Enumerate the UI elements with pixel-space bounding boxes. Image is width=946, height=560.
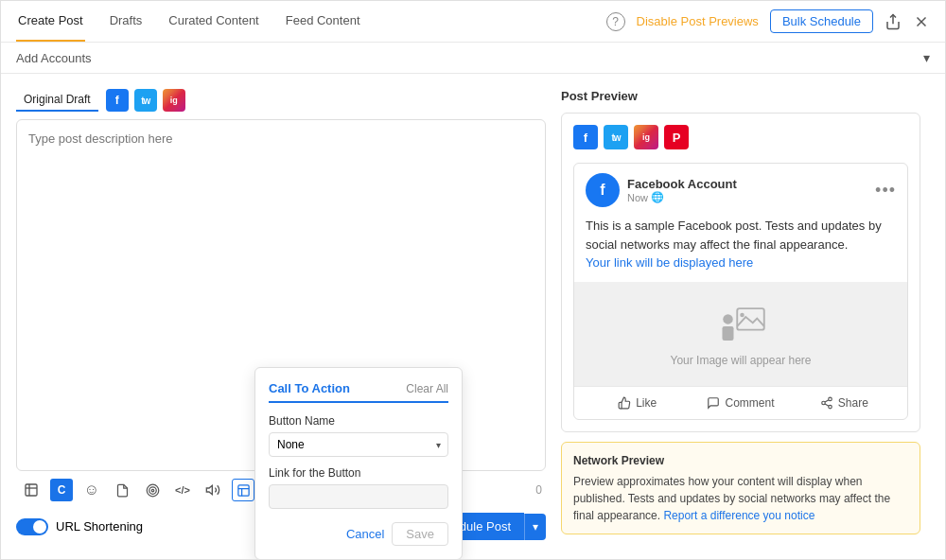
- svg-point-15: [740, 312, 745, 317]
- svg-point-16: [829, 397, 832, 401]
- fb-post-header: f Facebook Account Now 🌐 •••: [574, 164, 907, 213]
- svg-rect-9: [237, 484, 248, 495]
- image-placeholder-icon: [712, 301, 769, 348]
- tab-create-post[interactable]: Create Post: [16, 1, 85, 42]
- editor-social-icons: f tw ig: [106, 89, 185, 112]
- brand-icon[interactable]: C: [50, 479, 73, 501]
- link-label: Link for the Button: [269, 466, 448, 480]
- tab-feed-content[interactable]: Feed Content: [284, 1, 362, 42]
- post-preview-title: Post Preview: [561, 89, 920, 103]
- svg-rect-13: [723, 325, 734, 340]
- share-icon[interactable]: [885, 13, 902, 30]
- add-accounts-label: Add Accounts: [16, 51, 92, 65]
- button-name-select-wrapper: None Book Now Contact Us Download Learn …: [269, 432, 448, 457]
- fb-share-button[interactable]: Share: [793, 393, 896, 413]
- url-shortening-label: URL Shortening: [56, 519, 143, 534]
- cta-icon[interactable]: [232, 479, 254, 501]
- fb-comment-button[interactable]: Comment: [689, 393, 792, 413]
- share-icon: [820, 396, 833, 410]
- button-name-select[interactable]: None Book Now Contact Us Download Learn …: [269, 432, 448, 457]
- preview-instagram-icon[interactable]: ig: [634, 125, 658, 149]
- right-panel: Post Preview f tw ig P f Facebook Accoun…: [561, 89, 920, 544]
- draft-tabs-row: Original Draft f tw ig: [16, 89, 546, 112]
- editor-facebook-icon[interactable]: f: [106, 89, 129, 112]
- svg-rect-3: [26, 484, 37, 496]
- svg-rect-14: [737, 308, 764, 330]
- svg-line-19: [825, 403, 829, 405]
- editor-twitter-icon[interactable]: tw: [134, 89, 157, 112]
- fb-like-button[interactable]: Like: [586, 393, 689, 413]
- globe-icon: 🌐: [651, 191, 664, 203]
- main-container: Create Post Drafts Curated Content Feed …: [0, 0, 946, 560]
- svg-point-8: [151, 489, 154, 492]
- svg-point-7: [149, 486, 156, 494]
- nav-right: ? Disable Post Previews Bulk Schedule: [606, 9, 930, 33]
- button-name-label: Button Name: [269, 414, 448, 428]
- svg-point-17: [822, 401, 826, 405]
- link-input[interactable]: [269, 484, 448, 509]
- tab-drafts[interactable]: Drafts: [108, 1, 145, 42]
- target-icon[interactable]: [141, 479, 164, 501]
- top-nav: Create Post Drafts Curated Content Feed …: [1, 1, 945, 43]
- disable-previews-button[interactable]: Disable Post Previews: [637, 14, 759, 28]
- comment-icon: [707, 396, 720, 410]
- fb-account-name: Facebook Account: [627, 177, 875, 191]
- fb-avatar: f: [586, 173, 620, 207]
- preview-box: f tw ig P f Facebook Account Now 🌐: [561, 113, 920, 432]
- fb-image-placeholder: Your Image will appear here: [574, 282, 907, 386]
- svg-point-18: [829, 405, 832, 409]
- tab-curated-content[interactable]: Curated Content: [166, 1, 260, 42]
- cta-actions: Cancel Save: [269, 522, 448, 546]
- fb-post-body: This is a sample Facebook post. Tests an…: [574, 213, 907, 282]
- fb-info: Facebook Account Now 🌐: [627, 177, 875, 203]
- bulk-schedule-button[interactable]: Bulk Schedule: [770, 9, 873, 33]
- fb-image-placeholder-text: Your Image will appear here: [671, 354, 812, 367]
- network-preview-note-title: Network Preview: [573, 452, 908, 469]
- cta-header: Call To Action Clear All: [269, 381, 448, 403]
- emoji-icon[interactable]: ☺: [80, 479, 103, 501]
- svg-line-20: [825, 399, 829, 401]
- preview-pinterest-icon[interactable]: P: [664, 125, 689, 149]
- chevron-down-icon: ▾: [923, 50, 930, 65]
- content-area: Original Draft f tw ig C ☺: [1, 74, 945, 559]
- clear-all-button[interactable]: Clear All: [406, 382, 448, 395]
- cta-popup: Call To Action Clear All Button Name Non…: [254, 367, 463, 559]
- url-shortening-switch[interactable]: [16, 518, 48, 535]
- cta-title: Call To Action: [269, 381, 350, 395]
- schedule-arrow-button[interactable]: ▾: [524, 514, 546, 540]
- campaign-icon[interactable]: [20, 479, 43, 501]
- like-icon: [618, 396, 631, 410]
- original-draft-tab[interactable]: Original Draft: [16, 89, 98, 112]
- fb-more-options-icon[interactable]: •••: [875, 181, 896, 201]
- fb-actions: Like Comment: [574, 386, 907, 419]
- file-icon[interactable]: [111, 479, 133, 501]
- facebook-post-preview: f Facebook Account Now 🌐 ••• This is a s…: [573, 163, 908, 420]
- editor-instagram-icon[interactable]: ig: [163, 89, 185, 112]
- preview-facebook-icon[interactable]: f: [573, 125, 598, 149]
- report-difference-link[interactable]: Report a difference you notice: [663, 509, 815, 522]
- cta-save-button[interactable]: Save: [392, 522, 448, 546]
- url-shortening-toggle: URL Shortening: [16, 518, 143, 535]
- account-bar[interactable]: Add Accounts ▾: [1, 43, 945, 74]
- preview-twitter-icon[interactable]: tw: [604, 125, 628, 149]
- cta-cancel-button[interactable]: Cancel: [346, 522, 384, 546]
- megaphone-icon[interactable]: [201, 479, 224, 501]
- fb-link-display: Your link will be displayed here: [586, 255, 753, 270]
- close-icon[interactable]: [913, 13, 930, 30]
- preview-social-icons: f tw ig P: [573, 125, 908, 149]
- nav-tabs: Create Post Drafts Curated Content Feed …: [16, 1, 362, 42]
- char-count: 0: [535, 483, 542, 497]
- code-icon[interactable]: </>: [171, 479, 194, 501]
- fb-post-time: Now 🌐: [627, 191, 875, 203]
- network-preview-note: Network Preview Preview approximates how…: [561, 442, 920, 534]
- svg-point-12: [723, 314, 733, 324]
- help-icon[interactable]: ?: [606, 12, 625, 31]
